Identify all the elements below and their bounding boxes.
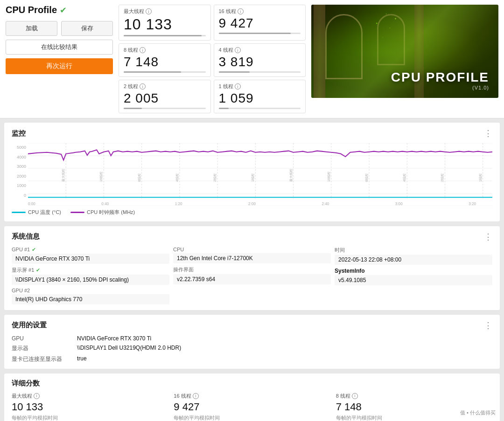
sysinfo-header: 系统信息 ⋮: [12, 232, 492, 242]
y-1000: 1000: [12, 183, 26, 188]
os-key: 操作界面: [173, 266, 331, 273]
score-info-icon-4[interactable]: i: [140, 83, 146, 90]
watermark: 值 • 什么值得买: [457, 408, 498, 417]
16-info-icon[interactable]: i: [193, 393, 199, 399]
score-bar-4: [124, 108, 206, 109]
svg-text:16线程: 16线程: [327, 172, 331, 182]
score-value-4: 2 005: [124, 91, 206, 106]
score-label-3: 4 线程 i: [219, 47, 301, 54]
score-bar-0: [124, 35, 206, 36]
legend-temperature: CPU 温度 (°C): [12, 209, 61, 216]
score-info-icon-5[interactable]: i: [235, 83, 241, 90]
y-5000: 5000: [12, 145, 26, 150]
gpu2-value: Intel(R) UHD Graphics 770: [12, 294, 169, 304]
monitor-menu[interactable]: ⋮: [484, 128, 492, 138]
cpu-key: CPU: [173, 247, 331, 252]
svg-text:0:00: 0:00: [28, 202, 35, 206]
svg-text:8线程: 8线程: [138, 173, 141, 182]
sysinfo-menu[interactable]: ⋮: [484, 232, 492, 242]
score-bar-3: [219, 71, 301, 73]
clock-color: [70, 212, 84, 213]
detail-max-thread: 最大线程 i 10 133 每帧的平均模拟时间 34.5 ms: [12, 393, 168, 421]
load-button[interactable]: 加载: [6, 21, 57, 36]
score-value-1: 9 427: [219, 16, 301, 31]
score-value-5: 1 059: [219, 91, 301, 106]
cpu-row: CPU 12th Gen Intel Core i7-12700K: [173, 247, 331, 263]
page-title: CPU Profile: [6, 5, 57, 15]
svg-text:8线程: 8线程: [365, 173, 369, 182]
legend-clock-label: CPU 时钟频率 (MHz): [87, 209, 135, 216]
detail-16-thread: 16 线程 i 9 427 每帧的平均模拟时间 37.1 ms: [174, 393, 330, 421]
svg-text:2:00: 2:00: [248, 202, 256, 206]
8-info-icon[interactable]: i: [352, 393, 358, 399]
score-bar-2: [124, 71, 206, 73]
y-axis: 5000 4000 3000 2000 1000 0: [12, 143, 28, 206]
save-button[interactable]: 保存: [61, 21, 113, 36]
score-info-icon-1[interactable]: i: [238, 8, 244, 14]
svg-text:0:40: 0:40: [101, 202, 109, 206]
chart-wrapper: 5000 4000 3000 2000 1000 0: [12, 143, 492, 206]
cpu-value: 12th Gen Intel Core i7-12700K: [173, 253, 331, 263]
hero-title-main: CPU PROFILE: [391, 70, 489, 85]
gpu-setting-value: NVIDIA GeForce RTX 3070 Ti: [77, 335, 492, 342]
svg-text:最大线程: 最大线程: [289, 169, 293, 182]
score-card-2: 8 线程 i 7 148: [119, 43, 211, 77]
sysinfo-col3: 时间 2022-05-13 22:08 +08:00 SystemInfo v5…: [335, 247, 492, 304]
score-info-icon-3[interactable]: i: [235, 47, 241, 53]
gpu2-key: GPU #2: [12, 288, 169, 293]
display-setting-key: 显示器: [12, 345, 77, 352]
svg-text:1:20: 1:20: [175, 202, 182, 206]
details-title: 详细分数: [12, 379, 40, 388]
svg-text:3:00: 3:00: [395, 202, 403, 206]
gpu1-row: GPU #1 ✔ NVIDIA GeForce RTX 3070 Ti: [12, 247, 169, 264]
svg-text:2线程: 2线程: [213, 173, 217, 182]
display1-label: 显示屏 #1: [12, 267, 34, 274]
svg-text:4线程: 4线程: [175, 173, 179, 182]
hero-image: CPU PROFILE (V1.0): [311, 5, 498, 98]
verified-icon: ✔: [60, 5, 67, 15]
svg-text:1线程: 1线程: [251, 173, 255, 182]
y-0: 0: [12, 193, 26, 198]
svg-text:1线程: 1线程: [479, 173, 483, 182]
gpu1-status: ✔: [32, 247, 36, 253]
settings-section: 使用的设置 ⋮ GPU NVIDIA GeForce RTX 3070 Ti 显…: [4, 314, 500, 369]
settings-table: GPU NVIDIA GeForce RTX 3070 Ti 显示器 \\DIS…: [12, 335, 492, 363]
monitor-header: 监控 ⋮: [12, 128, 492, 138]
settings-header: 使用的设置 ⋮: [12, 320, 492, 331]
legend-clock: CPU 时钟频率 (MHz): [70, 209, 135, 216]
svg-text:3:20: 3:20: [469, 202, 476, 206]
compare-button[interactable]: 在线比较结果: [6, 40, 113, 55]
action-buttons: 加载 保存: [6, 21, 113, 36]
score-info-icon-2[interactable]: i: [140, 47, 146, 53]
legend-temp-label: CPU 温度 (°C): [28, 209, 61, 216]
score-bar-fill-1: [219, 33, 291, 34]
score-label-0: 最大线程 i: [124, 8, 206, 15]
gpu-setting-key: GPU: [12, 335, 77, 342]
display1-key: 显示屏 #1 ✔: [12, 267, 169, 274]
max-info-icon[interactable]: i: [34, 393, 40, 399]
sysinfo-table: GPU #1 ✔ NVIDIA GeForce RTX 3070 Ti 显示屏 …: [12, 247, 492, 304]
rerun-button[interactable]: 再次运行: [6, 58, 113, 74]
svg-text:最大线程: 最大线程: [62, 169, 65, 182]
monitor-title: 监控: [12, 129, 26, 138]
gpu1-value: NVIDIA GeForce RTX 3070 Ti: [12, 254, 169, 264]
score-label-2: 8 线程 i: [124, 47, 206, 54]
chart-legend: CPU 温度 (°C) CPU 时钟频率 (MHz): [12, 209, 492, 216]
settings-menu[interactable]: ⋮: [484, 320, 492, 331]
svg-text:4线程: 4线程: [403, 173, 406, 182]
left-panel: CPU Profile ✔ 加载 保存 在线比较结果 再次运行: [6, 5, 113, 74]
score-value-0: 10 133: [124, 16, 206, 33]
sysinfo-section: 系统信息 ⋮ GPU #1 ✔ NVIDIA GeForce RTX 3070 …: [4, 226, 500, 311]
details-section: 详细分数 最大线程 i 10 133 每帧的平均模拟时间 34.5 ms 16 …: [4, 373, 500, 421]
hero-title-block: CPU PROFILE (V1.0): [382, 62, 498, 98]
score-bar-fill-3: [219, 71, 250, 73]
score-value-3: 3 819: [219, 55, 301, 69]
score-card-4: 2 线程 i 2 005: [119, 80, 211, 113]
gpu1-key: GPU #1 ✔: [12, 247, 169, 253]
score-card-0: 最大线程 i 10 133: [119, 5, 211, 41]
detail-16-sub: 每帧的平均模拟时间: [174, 414, 330, 421]
score-info-icon-0[interactable]: i: [146, 8, 152, 14]
score-grid: 最大线程 i 10 133 16 线程 i 9 427 8 线程 i 7 148: [119, 5, 306, 113]
settings-title: 使用的设置: [12, 321, 47, 330]
time-value: 2022-05-13 22:08 +08:00: [335, 255, 492, 265]
